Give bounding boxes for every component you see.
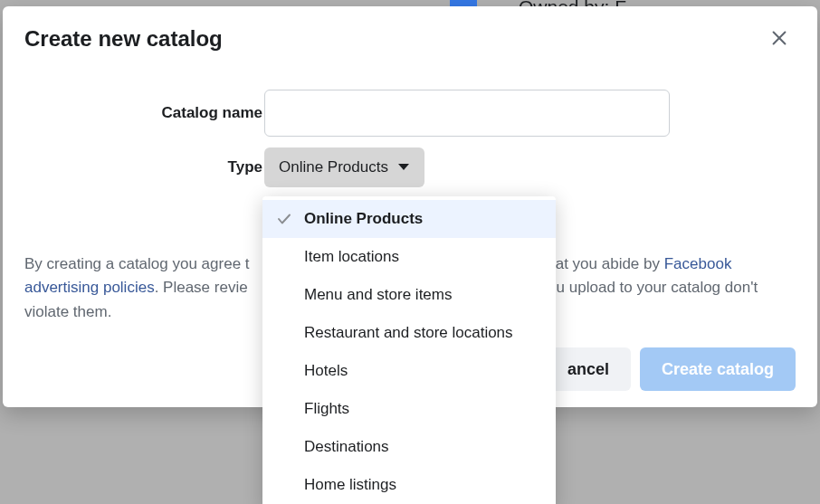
create-catalog-button[interactable]: Create catalog (640, 347, 796, 391)
type-label: Type (24, 158, 264, 176)
form-area: Catalog name Type Online Products (3, 90, 817, 187)
catalog-name-label: Catalog name (24, 104, 264, 122)
check-icon (275, 211, 293, 227)
close-icon (769, 28, 789, 51)
dropdown-item-label: Item locations (304, 248, 399, 266)
dropdown-item-flights[interactable]: Flights (262, 390, 556, 428)
dropdown-item-label: Menu and store items (304, 286, 452, 304)
dropdown-item-label: Home listings (304, 476, 396, 494)
dropdown-item-item-locations[interactable]: Item locations (262, 238, 556, 276)
cancel-button[interactable]: ancel (546, 347, 631, 391)
caret-down-icon (397, 163, 410, 172)
catalog-name-row: Catalog name (24, 90, 796, 137)
dropdown-item-label: Hotels (304, 362, 348, 380)
consent-part2: that you abide by (543, 255, 664, 272)
dropdown-item-destinations[interactable]: Destinations (262, 428, 556, 466)
modal-header: Create new catalog (3, 6, 817, 55)
consent-part1: By creating a catalog you agree t (24, 255, 250, 272)
dropdown-item-restaurant-store-locations[interactable]: Restaurant and store locations (262, 314, 556, 352)
type-selected-value: Online Products (279, 158, 388, 176)
type-dropdown: Online Products Item locations Menu and … (262, 196, 556, 504)
type-select[interactable]: Online Products (264, 147, 424, 187)
dropdown-item-label: Flights (304, 400, 349, 418)
dropdown-item-label: Online Products (304, 210, 423, 228)
dropdown-item-label: Restaurant and store locations (304, 324, 513, 342)
close-button[interactable] (763, 23, 796, 55)
catalog-name-input[interactable] (264, 90, 670, 137)
dropdown-item-menu-store-items[interactable]: Menu and store items (262, 276, 556, 314)
dropdown-item-online-products[interactable]: Online Products (262, 200, 556, 238)
dropdown-item-home-listings[interactable]: Home listings (262, 466, 556, 504)
modal-footer: ancel Create catalog (546, 347, 796, 391)
dropdown-item-label: Destinations (304, 438, 389, 456)
modal-title: Create new catalog (24, 26, 223, 52)
dropdown-item-hotels[interactable]: Hotels (262, 352, 556, 390)
consent-part3: . Please revie (155, 279, 248, 296)
type-row: Type Online Products (24, 147, 796, 187)
